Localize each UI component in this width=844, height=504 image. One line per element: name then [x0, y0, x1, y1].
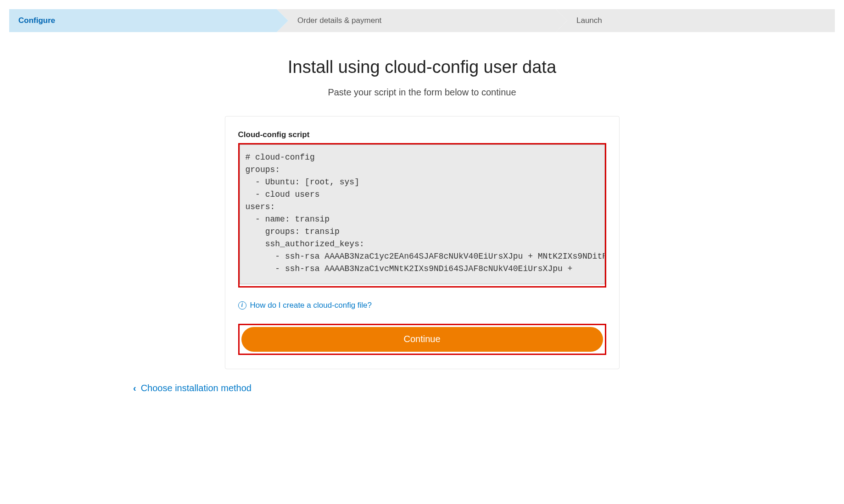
help-link-label: How do I create a cloud-config file? [250, 301, 372, 310]
progress-step-configure[interactable]: Configure [9, 9, 277, 32]
progress-step-order[interactable]: Order details & payment [277, 9, 556, 32]
continue-highlight-box: Continue [238, 324, 606, 355]
progress-bar: Configure Order details & payment Launch [9, 9, 835, 32]
continue-button[interactable]: Continue [241, 327, 603, 352]
script-label: Cloud-config script [238, 130, 606, 139]
page-title: Install using cloud-config user data [0, 57, 844, 77]
page-subtitle: Paste your script in the form below to c… [0, 87, 844, 98]
progress-step-launch[interactable]: Launch [556, 9, 835, 32]
config-card: Cloud-config script i How do I create a … [225, 116, 620, 369]
help-link[interactable]: i How do I create a cloud-config file? [238, 301, 372, 310]
progress-step-label: Configure [18, 16, 55, 25]
cloud-config-script-input[interactable] [240, 144, 605, 284]
progress-step-label: Order details & payment [297, 16, 381, 25]
info-icon: i [238, 301, 246, 310]
back-link-label: Choose installation method [141, 383, 252, 393]
script-highlight-box [238, 143, 606, 288]
chevron-left-icon: ‹ [133, 383, 136, 393]
back-link[interactable]: ‹ Choose installation method [133, 383, 252, 393]
progress-step-label: Launch [576, 16, 602, 25]
